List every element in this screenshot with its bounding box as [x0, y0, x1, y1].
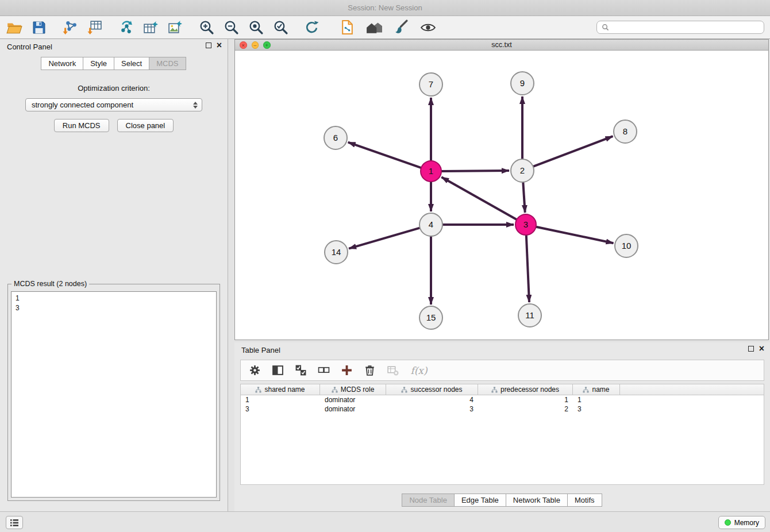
add-column-button[interactable] [340, 364, 353, 377]
open-session-button[interactable] [6, 19, 23, 36]
delete-button[interactable] [363, 364, 376, 377]
network-edge-1-6[interactable] [348, 142, 421, 168]
tab-select[interactable]: Select [114, 57, 149, 70]
network-node-6[interactable]: 6 [324, 126, 347, 149]
memory-button[interactable]: Memory [718, 516, 765, 529]
network-node-11[interactable]: 11 [518, 304, 541, 327]
close-window-icon[interactable]: × [240, 41, 247, 49]
zoom-out-button[interactable] [222, 19, 240, 36]
export-image-button[interactable] [167, 19, 184, 36]
show-hide-button[interactable] [419, 19, 437, 36]
export-table-button[interactable] [142, 19, 159, 36]
zoom-in-button[interactable] [198, 19, 215, 36]
table-settings-button[interactable] [248, 364, 261, 377]
node-table: shared nameMCDS rolesuccessor nodesprede… [240, 384, 764, 485]
table-cell[interactable]: 4 [386, 396, 478, 404]
table-tab-node-table[interactable]: Node Table [402, 494, 455, 507]
table-toolbar: f(x) [240, 360, 764, 381]
table-tab-network-table[interactable]: Network Table [506, 494, 568, 507]
minimize-window-icon[interactable]: – [252, 41, 259, 49]
search-input[interactable] [613, 24, 759, 32]
column-header-predecessor-nodes[interactable]: predecessor nodes [478, 384, 573, 395]
float-table-panel-icon[interactable] [748, 346, 754, 352]
import-table-button[interactable] [86, 19, 103, 36]
import-network-button[interactable] [61, 19, 79, 36]
network-node-9[interactable]: 9 [511, 72, 534, 95]
network-edge-2-8[interactable] [533, 136, 613, 167]
show-panel-list-button[interactable] [6, 516, 23, 529]
network-edge-2-3[interactable] [523, 182, 525, 213]
column-header-shared-name[interactable]: shared name [241, 384, 320, 395]
mcds-result-text[interactable]: 1 3 [11, 291, 217, 498]
table-cell[interactable]: 3 [573, 405, 620, 413]
delete-table-button[interactable] [386, 364, 399, 377]
network-node-label: 9 [520, 78, 525, 88]
maximize-window-icon[interactable]: + [263, 41, 271, 49]
column-header-name[interactable]: name [573, 384, 620, 395]
save-session-button[interactable] [30, 19, 48, 36]
network-node-3[interactable]: 3 [515, 214, 536, 235]
table-cell[interactable]: 1 [241, 396, 320, 404]
table-tab-edge-table[interactable]: Edge Table [454, 494, 506, 507]
zoom-selected-button[interactable] [272, 19, 289, 36]
network-window-title: scc.txt [491, 41, 511, 49]
network-edge-4-14[interactable] [349, 228, 420, 249]
style-brush-button[interactable] [392, 19, 410, 36]
run-mcds-button[interactable]: Run MCDS [54, 119, 109, 132]
show-columns-button[interactable] [271, 364, 284, 377]
tab-mcds[interactable]: MCDS [149, 57, 186, 70]
network-graph[interactable]: 7968123410141511 [235, 51, 768, 340]
style-brush-icon [394, 20, 409, 35]
table-cell[interactable]: dominator [320, 405, 386, 413]
zoom-fit-button[interactable] [247, 19, 264, 36]
delete-table-icon [387, 364, 399, 376]
network-node-14[interactable]: 14 [325, 241, 348, 264]
export-table-icon [143, 20, 159, 35]
network-edge-3-11[interactable] [526, 235, 529, 302]
table-tab-motifs[interactable]: Motifs [567, 494, 602, 507]
network-node-8[interactable]: 8 [614, 120, 637, 143]
network-edge-1-2[interactable] [441, 171, 509, 171]
table-row[interactable]: 3dominator323 [241, 404, 764, 414]
network-edge-3-1[interactable] [441, 177, 517, 219]
network-edge-3-10[interactable] [536, 227, 614, 244]
network-canvas[interactable]: 7968123410141511 [235, 51, 768, 340]
table-cell[interactable]: 1 [573, 396, 620, 404]
table-cell[interactable]: 3 [241, 405, 320, 413]
table-row[interactable]: 1dominator411 [241, 395, 764, 404]
gear-icon [249, 364, 261, 376]
column-type-icon [255, 387, 261, 393]
column-type-icon [332, 387, 338, 393]
network-node-7[interactable]: 7 [419, 73, 442, 96]
column-header-MCDS-role[interactable]: MCDS role [320, 384, 386, 395]
network-node-2[interactable]: 2 [511, 159, 534, 182]
copy-style-button[interactable] [338, 19, 356, 36]
network-node-1[interactable]: 1 [421, 161, 441, 182]
deselect-all-icon [318, 364, 330, 376]
tab-style[interactable]: Style [83, 57, 114, 70]
table-panel: Table Panel × [234, 342, 770, 511]
search-box[interactable] [596, 21, 764, 34]
optimization-dropdown[interactable]: strongly connected component [25, 98, 202, 111]
close-control-panel-icon[interactable]: × [217, 42, 222, 49]
close-table-panel-icon[interactable]: × [759, 345, 764, 352]
close-panel-button[interactable]: Close panel [117, 119, 174, 132]
table-cell[interactable]: dominator [320, 396, 386, 404]
first-neighbors-button[interactable] [365, 19, 383, 36]
network-node-10[interactable]: 10 [615, 234, 638, 257]
export-network-icon [118, 20, 134, 35]
select-all-button[interactable] [294, 364, 307, 377]
apply-layout-button[interactable] [303, 19, 320, 36]
deselect-all-button[interactable] [317, 364, 330, 377]
table-cell[interactable]: 1 [478, 396, 573, 404]
table-cell[interactable]: 3 [386, 405, 478, 413]
network-node-15[interactable]: 15 [419, 306, 442, 329]
column-header-successor-nodes[interactable]: successor nodes [386, 384, 478, 395]
table-cell[interactable]: 2 [478, 405, 573, 413]
function-builder-button[interactable]: f(x) [409, 364, 429, 377]
export-network-button[interactable] [117, 19, 134, 36]
network-node-4[interactable]: 4 [419, 213, 442, 236]
import-network-icon [63, 20, 78, 35]
float-panel-icon[interactable] [206, 43, 211, 48]
tab-network[interactable]: Network [41, 57, 83, 70]
